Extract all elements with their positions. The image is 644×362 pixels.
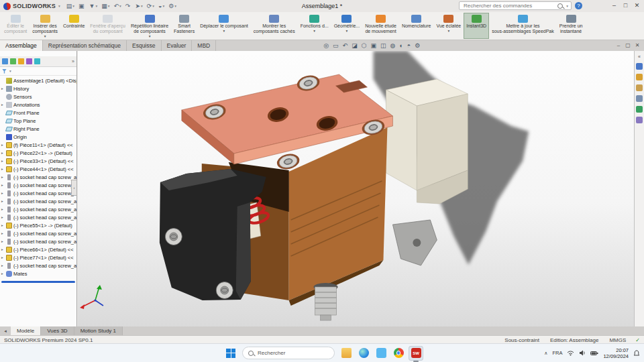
appearances-scenes-icon[interactable] [636,106,643,113]
task-pane-collapse-icon[interactable]: « [638,54,641,59]
tree-item[interactable]: ▸ (-) Pièce22<1> -> (Défaut) [0,149,76,157]
tree-item[interactable]: ▸ (-) Pièce77<1> (Défaut) << [0,253,76,261]
expand-arrow-icon[interactable]: ▸ [1,231,6,235]
tree-item[interactable]: ▸ (-) socket head cap screw_a [0,261,76,269]
tree-item[interactable]: ▸ (f) Pièce11<1> (Défaut) << [0,141,76,149]
panel-collapse-arrow[interactable]: ‹ [71,180,77,196]
maximize-button[interactable]: □ [620,0,631,11]
edge-icon[interactable] [356,346,371,361]
options-icon[interactable]: ⚙▾ [167,3,178,9]
tree-item[interactable]: ▸ (-) Pièce44<1> (Défaut) << [0,165,76,173]
rebuild-icon[interactable]: ⟳▾ [146,3,156,9]
tree-item[interactable]: ▸ (-) socket head cap screw_a [0,173,76,181]
doc-minimize-button[interactable]: – [614,40,623,51]
edit-appearance-icon[interactable]: ◐ [399,41,402,50]
doc-restore-button[interactable]: ▢ [623,40,633,51]
custom-properties-icon[interactable] [636,117,643,123]
previous-view-icon[interactable]: ↶ [343,41,348,50]
zoom-area-icon[interactable]: ▭ [333,41,339,50]
ribbon-button[interactable]: Répétition linéaire de composants ▾ [128,13,171,39]
ribbon-button[interactable]: Éditer le composant [1,13,30,39]
commandmanager-tab[interactable]: MBD [192,40,216,51]
gray-clip-part[interactable] [392,220,437,265]
volume-icon[interactable] [579,350,586,356]
store-icon[interactable] [374,346,388,361]
print-icon[interactable]: ▦▾ [100,3,111,9]
ribbon-button[interactable]: Contrainte [60,13,87,39]
tree-item[interactable]: ▸ (-) Pièce33<1> (Défaut) << [0,157,76,165]
doc-close-button[interactable]: ✕ [633,40,642,51]
zoom-fit-icon[interactable]: ◎ [323,41,329,50]
expand-arrow-icon[interactable]: ▸ [1,215,6,219]
close-button[interactable]: ✕ [631,0,643,11]
tree-item[interactable]: Front Plane [0,109,76,117]
file-explorer-icon[interactable] [339,346,354,361]
propertymanager-tab-icon[interactable] [10,58,16,64]
chrome-icon[interactable] [391,346,406,361]
commandmanager-tab[interactable]: Assemblage [0,40,43,51]
units-selector[interactable]: MMGS [609,337,626,343]
ribbon-button[interactable]: Prendre un instantané [557,13,586,39]
cream-block-part[interactable] [386,79,468,204]
ribbon-button[interactable]: Instant3D [464,13,489,39]
file-explorer-pane-icon[interactable] [636,84,643,91]
battery-icon[interactable] [590,351,598,356]
socket-screw[interactable] [216,282,233,299]
rollback-bar[interactable] [1,281,75,283]
ribbon-button[interactable]: Mettre à jour les sous-assemblages Speed… [489,13,557,39]
clock[interactable]: 20:07 12/09/2024 [603,347,629,359]
undo-icon[interactable]: ↶▾ [113,3,123,9]
command-search-input[interactable] [462,2,555,9]
tree-item[interactable]: ▸ Annotations [0,101,76,109]
expand-arrow-icon[interactable]: ▸ [1,86,6,90]
ribbon-button[interactable]: Smart Fasteners [171,13,197,39]
expand-arrow-icon[interactable]: ▸ [1,263,6,267]
expand-arrow-icon[interactable]: ▸ [1,199,6,203]
select-icon[interactable]: ➤▾ [133,3,144,9]
viewport-tab[interactable]: Vues 3D [41,326,74,335]
tree-item[interactable]: Assemblage1 (Default) <Displ [0,76,76,84]
tree-item[interactable]: ▸ (-) Pièce55<1> -> (Défaut) [0,221,76,229]
solidworks-icon[interactable]: SW [409,346,423,361]
redo-icon[interactable]: ↷ [124,3,133,9]
tree-item[interactable]: Origin [0,133,76,141]
chevron-down-icon[interactable]: ▾ [58,4,60,8]
expand-arrow-icon[interactable]: ▸ [1,159,6,163]
commandmanager-tab[interactable]: Evaluer [162,40,193,51]
dimxpertmanager-tab-icon[interactable] [26,58,32,64]
command-search[interactable]: ▾ [459,1,572,10]
appearance-icon[interactable]: ◒▾ [157,3,166,9]
expand-arrow-icon[interactable]: ▸ [1,167,6,171]
ribbon-button[interactable]: Nouvelle étude de mouvement [362,13,399,39]
start-button[interactable] [223,346,238,361]
wifi-icon[interactable] [567,350,574,356]
design-library-icon[interactable] [636,74,643,80]
expand-arrow-icon[interactable]: ▸ [1,151,6,155]
expand-arrow-icon[interactable]: ▸ [1,143,6,147]
graphics-area[interactable] [78,51,634,326]
new-document-icon[interactable]: ▤▾ [65,3,76,9]
tree-item[interactable]: ▸ (-) Pièce66<1> (Défaut) << [0,245,76,253]
tree-item[interactable]: ▸ History [0,84,76,93]
view-palette-icon[interactable] [636,95,643,102]
chevron-down-icon[interactable]: ▾ [566,4,568,8]
socket-screw[interactable] [165,229,182,245]
tab-scroll-left-icon[interactable]: ◂ [0,326,11,335]
tree-item[interactable]: Top Plane [0,117,76,125]
tree-item[interactable]: ▸ Mates [0,269,76,278]
ribbon-button[interactable]: Insérer des composants ▾ [30,13,60,39]
ribbon-button[interactable]: Vue éclatée ▾ [433,13,464,39]
expand-arrow-icon[interactable]: ▸ [1,175,6,179]
tree-item[interactable]: ▸ (-) socket head cap screw_a [0,197,76,205]
annotation-views-icon[interactable]: ⬡ [362,41,367,50]
featuremanager-tab-icon[interactable] [2,58,8,64]
panel-more-icon[interactable]: » [72,59,74,64]
displaymanager-tab-icon[interactable] [34,58,40,64]
section-view-icon[interactable]: ◪ [352,41,358,50]
viewport-tab[interactable]: Motion Study 1 [74,326,123,335]
ribbon-button[interactable]: Géométrie... ▾ [331,13,363,39]
tree-item[interactable]: ▸ (-) socket head cap screw_a [0,205,76,213]
task-pane-home-icon[interactable] [636,63,643,70]
taskbar-search[interactable]: Rechercher [242,347,335,359]
apply-scene-icon[interactable]: ◓ [407,41,411,50]
